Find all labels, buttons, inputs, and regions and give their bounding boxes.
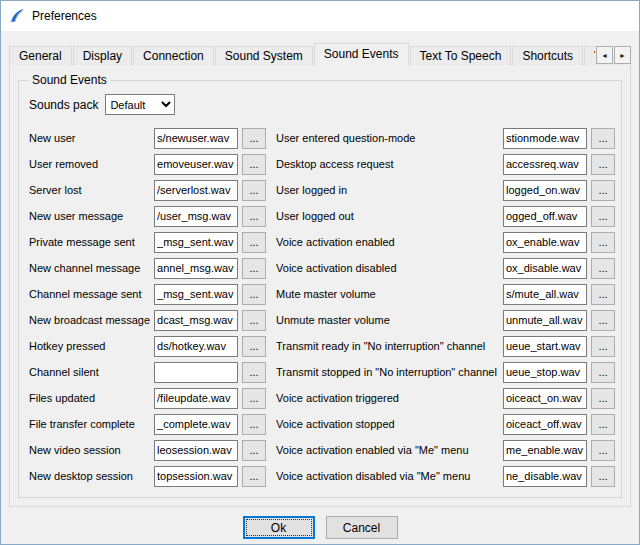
browse-button[interactable]: ... xyxy=(242,232,266,253)
browse-button[interactable]: ... xyxy=(242,180,266,201)
sound-event-row: Voice activation enabled via "Me" menu .… xyxy=(276,439,615,461)
sound-event-label: Voice activation disabled via "Me" menu xyxy=(276,470,503,482)
sound-file-input[interactable] xyxy=(154,206,238,227)
browse-button[interactable]: ... xyxy=(591,362,615,383)
tab-sound-events[interactable]: Sound Events xyxy=(314,43,409,65)
sound-event-row: Unmute master volume ... xyxy=(276,309,615,331)
browse-button[interactable]: ... xyxy=(591,180,615,201)
sound-file-input[interactable] xyxy=(503,388,587,409)
browse-button[interactable]: ... xyxy=(591,206,615,227)
tab-general[interactable]: General xyxy=(9,46,72,65)
sound-file-input[interactable] xyxy=(503,362,587,383)
browse-button[interactable]: ... xyxy=(242,154,266,175)
tab-scroll-right-icon[interactable]: ► xyxy=(614,46,631,64)
sound-event-label: Voice activation enabled xyxy=(276,236,503,248)
sound-file-input[interactable] xyxy=(154,128,238,149)
titlebar: Preferences xyxy=(1,1,639,31)
dialog-footer: Ok Cancel xyxy=(1,507,639,545)
browse-button[interactable]: ... xyxy=(242,258,266,279)
browse-button[interactable]: ... xyxy=(242,440,266,461)
sound-file-input[interactable] xyxy=(154,154,238,175)
sound-event-row: Voice activation stopped ... xyxy=(276,413,615,435)
sound-file-input[interactable] xyxy=(503,258,587,279)
sound-event-label: Channel silent xyxy=(29,366,154,378)
sound-file-input[interactable] xyxy=(154,466,238,487)
browse-button[interactable]: ... xyxy=(242,388,266,409)
sound-event-row: New broadcast message ... xyxy=(29,309,266,331)
browse-button[interactable]: ... xyxy=(591,128,615,149)
browse-button[interactable]: ... xyxy=(591,232,615,253)
sound-event-row: Transmit ready in "No interruption" chan… xyxy=(276,335,615,357)
sound-file-input[interactable] xyxy=(154,258,238,279)
sound-file-input[interactable] xyxy=(154,336,238,357)
sound-file-input[interactable] xyxy=(503,336,587,357)
browse-button[interactable]: ... xyxy=(591,388,615,409)
sound-file-input[interactable] xyxy=(503,466,587,487)
browse-button[interactable]: ... xyxy=(242,336,266,357)
browse-button[interactable]: ... xyxy=(242,414,266,435)
sound-events-column-right: User entered question-mode ... Desktop a… xyxy=(276,127,615,491)
sound-file-input[interactable] xyxy=(154,440,238,461)
browse-button[interactable]: ... xyxy=(242,128,266,149)
sound-file-input[interactable] xyxy=(154,388,238,409)
sound-event-label: Mute master volume xyxy=(276,288,503,300)
tab-sound-system[interactable]: Sound System xyxy=(215,46,313,65)
sound-event-label: Transmit ready in "No interruption" chan… xyxy=(276,340,503,352)
sounds-pack-select[interactable]: Default xyxy=(105,94,175,115)
sound-event-label: New user message xyxy=(29,210,154,222)
sound-event-row: Channel silent ... xyxy=(29,361,266,383)
browse-button[interactable]: ... xyxy=(242,284,266,305)
sound-event-label: Voice activation stopped xyxy=(276,418,503,430)
cancel-button[interactable]: Cancel xyxy=(326,516,398,539)
sound-event-label: New user xyxy=(29,132,154,144)
sound-file-input[interactable] xyxy=(154,414,238,435)
ok-button[interactable]: Ok xyxy=(243,516,315,539)
sound-file-input[interactable] xyxy=(503,206,587,227)
browse-button[interactable]: ... xyxy=(591,414,615,435)
browse-button[interactable]: ... xyxy=(591,466,615,487)
sound-file-input[interactable] xyxy=(503,414,587,435)
sounds-pack-row: Sounds pack Default xyxy=(29,94,615,115)
browse-button[interactable]: ... xyxy=(242,310,266,331)
tab-shortcuts[interactable]: Shortcuts xyxy=(512,46,583,65)
sound-file-input[interactable] xyxy=(503,180,587,201)
browse-button[interactable]: ... xyxy=(242,362,266,383)
tab-connection[interactable]: Connection xyxy=(133,46,214,65)
sound-event-label: Files updated xyxy=(29,392,154,404)
browse-button[interactable]: ... xyxy=(242,466,266,487)
sound-events-groupbox: Sound Events Sounds pack Default New use… xyxy=(18,73,622,498)
browse-button[interactable]: ... xyxy=(591,258,615,279)
browse-button[interactable]: ... xyxy=(591,284,615,305)
sound-file-input[interactable] xyxy=(503,128,587,149)
sound-file-input[interactable] xyxy=(503,154,587,175)
sound-event-label: Voice activation enabled via "Me" menu xyxy=(276,444,503,456)
browse-button[interactable]: ... xyxy=(591,336,615,357)
sound-file-input[interactable] xyxy=(503,284,587,305)
sound-event-row: Mute master volume ... xyxy=(276,283,615,305)
sound-event-row: Desktop access request ... xyxy=(276,153,615,175)
browse-button[interactable]: ... xyxy=(242,206,266,227)
tab-strip: GeneralDisplayConnectionSound SystemSoun… xyxy=(9,43,631,65)
sound-file-input[interactable] xyxy=(154,232,238,253)
sound-event-row: User entered question-mode ... xyxy=(276,127,615,149)
sound-file-input[interactable] xyxy=(154,310,238,331)
sound-event-row: Voice activation triggered ... xyxy=(276,387,615,409)
tab-display[interactable]: Display xyxy=(73,46,132,65)
sound-event-row: New user message ... xyxy=(29,205,266,227)
sound-file-input[interactable] xyxy=(154,284,238,305)
sound-file-input[interactable] xyxy=(503,440,587,461)
sound-file-input[interactable] xyxy=(154,362,238,383)
browse-button[interactable]: ... xyxy=(591,310,615,331)
sound-file-input[interactable] xyxy=(503,232,587,253)
sound-event-row: User logged out ... xyxy=(276,205,615,227)
sound-file-input[interactable] xyxy=(503,310,587,331)
tab-scroll-left-icon[interactable]: ◄ xyxy=(596,46,613,64)
sound-event-label: Voice activation triggered xyxy=(276,392,503,404)
sound-event-row: User logged in ... xyxy=(276,179,615,201)
tab-text-to-speech[interactable]: Text To Speech xyxy=(410,46,512,65)
sound-event-row: Voice activation disabled ... xyxy=(276,257,615,279)
sound-file-input[interactable] xyxy=(154,180,238,201)
browse-button[interactable]: ... xyxy=(591,154,615,175)
browse-button[interactable]: ... xyxy=(591,440,615,461)
sound-event-label: Desktop access request xyxy=(276,158,503,170)
